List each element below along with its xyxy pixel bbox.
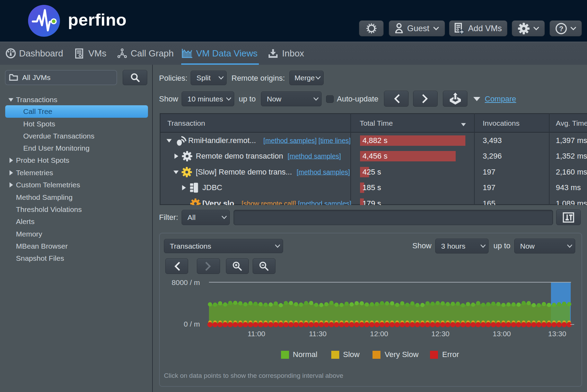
svg-text:?: ? <box>559 25 563 32</box>
